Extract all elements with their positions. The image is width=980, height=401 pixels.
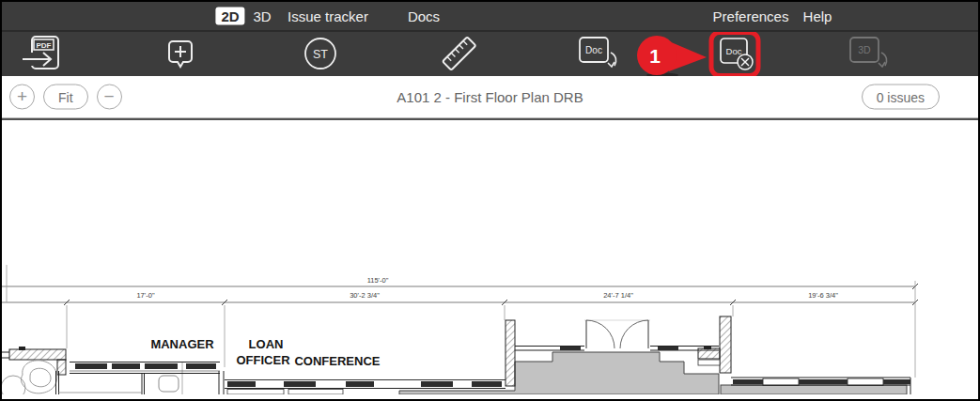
dim-label-4: 19'-6 3/4" [808,291,838,300]
st-icon-label: ST [313,48,328,61]
manager-interior [56,371,225,394]
entry-doors [515,320,719,350]
tab-docs[interactable]: Docs [408,8,440,24]
doc-back-icon[interactable]: Doc [580,38,616,67]
dimension-overall: 115'-0" [2,276,918,289]
app-window: 2D 3D Issue tracker Docs Preferences Hel… [0,0,980,401]
menu-preferences[interactable]: Preferences [713,8,789,24]
fit-button[interactable]: Fit [43,85,88,110]
dimension-string: 17'-0" 30'-2 3/4" 24'-7 1/4" 19'-6 3/4" [2,291,918,305]
tab-3d[interactable]: 3D [253,8,271,24]
menu-help[interactable]: Help [803,8,832,24]
manager-window-wall [70,362,220,374]
view3d-icon-label: 3D [858,44,871,55]
step-callout-1: 1 [637,36,707,76]
room-label-officer: OFFICER [236,353,290,367]
landscape-plants [2,361,57,394]
zoom-out-button[interactable]: − [97,85,122,110]
sheet-title: A101 2 - First Floor Plan DRB [397,89,583,105]
dim-label-3: 24'-7 1/4" [603,291,633,300]
drawing-canvas[interactable]: 115'-0" 17'-0" 30'-2 3/4" 24'-7 1/4" 19'… [2,118,978,394]
extension-lines [7,265,915,394]
dim-label-overall: 115'-0" [367,276,389,285]
menu-bar: 2D 3D Issue tracker Docs Preferences Hel… [2,2,978,32]
measure-icon[interactable] [443,37,475,69]
pdf-icon-label: PDF [37,41,52,50]
pdf-export-icon[interactable]: PDF [21,37,58,69]
floor-plan[interactable]: 115'-0" 17'-0" 30'-2 3/4" 24'-7 1/4" 19'… [2,120,978,394]
toolbar-icons: PDF ST [2,32,978,76]
st-tool-icon[interactable]: ST [305,39,335,69]
dim-label-2: 30'-2 3/4" [350,291,380,300]
issues-button[interactable]: 0 issues [862,85,940,110]
zoom-in-button[interactable]: + [9,85,35,110]
view-3d-icon-disabled: 3D [850,38,887,67]
doc-remove-icon-label: Doc [726,46,742,56]
room-label-conference: CONFERENCE [294,354,380,368]
room-label-loan: LOAN [249,337,284,351]
zoom-controls: + Fit − [9,85,122,110]
doc-icon-label: Doc [585,45,602,55]
room-label-manager: MANAGER [150,337,214,351]
doc-remove-icon[interactable]: Doc [721,39,753,69]
view-bar: + Fit − A101 2 - First Floor Plan DRB 0 … [2,76,978,118]
callout-number: 1 [649,45,661,67]
tab-2d[interactable]: 2D [215,8,244,25]
add-comment-icon[interactable] [169,41,192,67]
toolbar: PDF ST [2,32,978,76]
tab-issue-tracker[interactable]: Issue tracker [288,8,368,24]
dim-label-1: 17'-0" [136,291,154,300]
